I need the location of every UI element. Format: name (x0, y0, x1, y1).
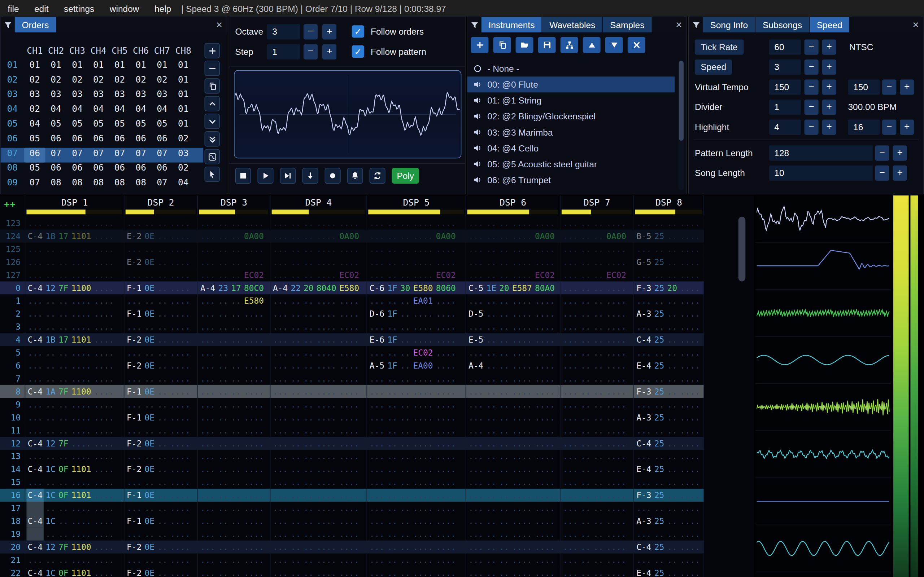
order-row-07[interactable]: 070607070707070703 (1, 148, 204, 163)
follow-orders-checkbox[interactable]: ✓ (352, 25, 364, 37)
step-row-button[interactable] (302, 168, 318, 184)
octave-decrement-button[interactable]: − (304, 24, 318, 39)
tick-rate-mode-label[interactable]: NTSC (849, 39, 874, 55)
highlight-second-increment-button[interactable]: + (900, 119, 914, 134)
tab-wavetables[interactable]: Wavetables (543, 17, 603, 32)
channel-header-2[interactable]: DSP 2 (124, 195, 197, 216)
speed-increment-button[interactable]: + (822, 60, 836, 75)
pattern-row-127[interactable]: 127.................................EC02… (0, 268, 704, 281)
add-order-button[interactable] (205, 43, 220, 58)
tab-orders[interactable]: Orders (15, 17, 56, 32)
pattern-row-20[interactable]: 20C-4127F1100....F-20E..................… (0, 541, 704, 554)
highlight-second-input[interactable]: 16 (848, 119, 880, 134)
record-button[interactable] (325, 168, 341, 184)
orders-window-menu-icon[interactable] (1, 17, 15, 32)
remove-order-button[interactable] (205, 61, 220, 76)
pattern-row-125[interactable]: 125.....................................… (0, 243, 704, 256)
pattern-row-123[interactable]: 123.....................................… (0, 217, 704, 230)
octave-increment-button[interactable]: + (322, 24, 336, 39)
pattern-row-1[interactable]: 1.................................E580..… (0, 294, 704, 307)
pattern-row-19[interactable]: 19......................................… (0, 528, 704, 541)
instrument-folder-view-button[interactable] (561, 37, 578, 53)
pattern-row-13[interactable]: 13......................................… (0, 450, 704, 463)
repeat-pattern-button[interactable] (370, 168, 386, 184)
move-order-down-button[interactable] (205, 114, 220, 129)
pattern-row-21[interactable]: 21......................................… (0, 554, 704, 567)
order-change-mode-button[interactable] (205, 149, 220, 164)
channel-header-3[interactable]: DSP 3 (197, 195, 270, 216)
channel-header-1[interactable]: DSP 1 (25, 195, 124, 216)
pattern-row-3[interactable]: 3.......................................… (0, 320, 704, 333)
virtual-tempo-denominator-input[interactable]: 150 (848, 79, 880, 95)
song-length-decrement-button[interactable]: − (875, 166, 889, 181)
pattern-row-5[interactable]: 5.......................................… (0, 346, 704, 359)
pattern-row-2[interactable]: 2...............F-10E...................… (0, 307, 704, 320)
save-instrument-button[interactable] (538, 37, 556, 53)
order-row-08[interactable]: 080506060606060602 (1, 163, 204, 177)
order-row-03[interactable]: 030303030303030301 (1, 89, 204, 104)
virtual-tempo-den-decrement-button[interactable]: − (882, 79, 896, 95)
pattern-row-12[interactable]: 12C-4127F........F-20E..................… (0, 437, 704, 450)
order-row-02[interactable]: 020202020202020201 (1, 74, 204, 89)
virtual-tempo-den-increment-button[interactable]: + (900, 79, 914, 95)
order-row-09[interactable]: 090708080808080704 (1, 177, 204, 192)
play-button[interactable] (257, 168, 273, 184)
pattern-length-decrement-button[interactable]: − (875, 145, 889, 161)
channel-header-6[interactable]: DSP 6 (465, 195, 560, 216)
follow-pattern-checkbox[interactable]: ✓ (352, 45, 364, 58)
song-close-icon[interactable]: ✕ (908, 17, 923, 32)
pattern-row-6[interactable]: 6...............F-20E...................… (0, 359, 704, 372)
speed-decrement-button[interactable]: − (804, 60, 819, 75)
instrument-item-3[interactable]: 03: @3 Marimba (467, 124, 675, 140)
duplicate-order-to-end-button[interactable] (205, 131, 220, 147)
pattern-row-10[interactable]: 10...............F-10E..................… (0, 411, 704, 424)
channel-header-7[interactable]: DSP 7 (560, 195, 633, 216)
instrument-none[interactable]: - None - (467, 61, 675, 76)
move-order-up-button[interactable] (205, 96, 220, 111)
stop-button[interactable] (235, 168, 251, 184)
pattern-row-9[interactable]: 9.......................................… (0, 398, 704, 411)
duplicate-order-button[interactable] (205, 78, 220, 93)
instrument-item-6[interactable]: 06: @6 Trumpet (467, 172, 675, 188)
pattern-row-7[interactable]: 7.......................................… (0, 372, 704, 385)
tick-rate-input[interactable]: 60 (769, 39, 801, 55)
tab-samples[interactable]: Samples (603, 17, 651, 32)
pattern-row-4[interactable]: 4C-41B171101....F-20E...................… (0, 333, 704, 346)
poly-button[interactable]: Poly (392, 168, 419, 184)
tab-subsongs[interactable]: Subsongs (756, 17, 809, 32)
highlight-first-input[interactable]: 4 (769, 119, 801, 134)
order-row-06[interactable]: 060506060606060602 (1, 133, 204, 148)
instrument-item-2[interactable]: 02: @2 Blingy/Glockenspiel (467, 108, 675, 124)
highlight-second-decrement-button[interactable]: − (882, 119, 896, 134)
divider-decrement-button[interactable]: − (804, 100, 819, 115)
instrument-list-scrollbar[interactable] (678, 61, 684, 190)
tick-rate-increment-button[interactable]: + (822, 39, 836, 55)
move-instrument-up-button[interactable] (583, 37, 601, 53)
delete-instrument-button[interactable] (628, 37, 645, 53)
pattern-row-126[interactable]: 126...............E-20E.................… (0, 256, 704, 269)
order-row-05[interactable]: 050405050505050501 (1, 118, 204, 133)
octave-input[interactable]: 3 (267, 24, 300, 39)
pattern-row-22[interactable]: 22C-41C0F1101....F-20E..................… (0, 567, 704, 577)
instrument-item-4[interactable]: 04: @4 Cello (467, 140, 675, 156)
order-row-04[interactable]: 040204040404040401 (1, 103, 204, 118)
tab-song-info[interactable]: Song Info (703, 17, 755, 32)
step-decrement-button[interactable]: − (304, 44, 318, 59)
virtual-tempo-numerator-input[interactable]: 150 (769, 79, 801, 95)
menu-window[interactable]: window (102, 3, 147, 13)
pattern-row-17[interactable]: 17......................................… (0, 501, 704, 515)
metronome-button[interactable] (347, 168, 363, 184)
instruments-window-menu-icon[interactable] (467, 17, 481, 32)
tab-speed[interactable]: Speed (809, 17, 849, 32)
highlight-first-decrement-button[interactable]: − (804, 119, 819, 134)
pattern-length-input[interactable]: 128 (769, 145, 873, 161)
tab-instruments[interactable]: Instruments (481, 17, 542, 32)
order-edit-mode-button[interactable] (205, 167, 220, 182)
instrument-item-5[interactable]: 05: @5 Acoustic steel guitar (467, 156, 675, 172)
play-pattern-button[interactable] (280, 168, 296, 184)
duplicate-instrument-button[interactable] (493, 37, 511, 53)
open-instrument-button[interactable] (516, 37, 533, 53)
menu-help[interactable]: help (147, 3, 179, 13)
channel-header-4[interactable]: DSP 4 (270, 195, 367, 216)
pattern-row-11[interactable]: 11......................................… (0, 424, 704, 437)
